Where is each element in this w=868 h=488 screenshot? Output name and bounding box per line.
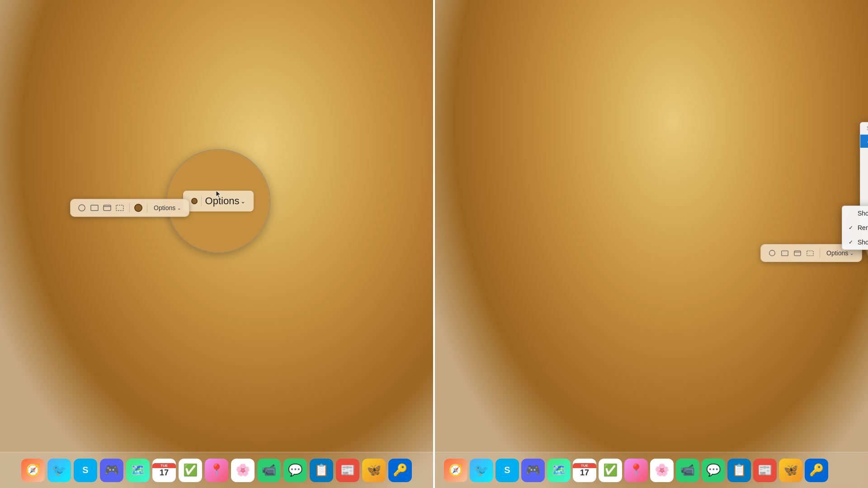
left-panel: Options ⌄ Options⌄ xyxy=(0,0,433,488)
options-label: Options xyxy=(154,204,175,211)
svg-point-0 xyxy=(79,205,85,211)
check-mouse: ✓ xyxy=(849,239,855,245)
dock-r-calendar[interactable]: TUE 17 xyxy=(573,459,596,482)
dock-messages[interactable]: 💬 xyxy=(283,459,307,482)
options-button-left[interactable]: Options ⌄ xyxy=(152,203,183,212)
check-remember: ✓ xyxy=(849,225,855,231)
svg-rect-9 xyxy=(807,251,813,256)
option-remember-last[interactable]: ✓ Remember Last Select... xyxy=(842,221,868,235)
dock-r-butterfly[interactable]: 🦋 xyxy=(779,459,802,482)
svg-rect-7 xyxy=(794,251,801,256)
toolbar-rect-icon-r[interactable] xyxy=(780,248,790,258)
toolbar-circle-icon-r[interactable] xyxy=(767,248,777,258)
dock-left: 🧭 🐦 S 🎮 🗺️ TUE 17 ✅ 📍 🌸 📹 💬 📋 📰 🦋 🔑 xyxy=(0,452,433,488)
toolbar-circle-icon[interactable] xyxy=(77,203,87,213)
dropdown-item-desktop[interactable]: ✓ Desktop xyxy=(860,135,868,148)
toolbar-divider-2 xyxy=(147,203,147,212)
options-submenu: Show Floating Thumb... ✓ Remember Last S… xyxy=(842,206,868,250)
toolbar-divider-r xyxy=(820,249,820,258)
svg-point-5 xyxy=(769,250,775,256)
dock-onepass[interactable]: 🔑 xyxy=(388,459,412,482)
dock-r-skype[interactable]: S xyxy=(495,459,519,482)
dock-r-pin[interactable]: 📍 xyxy=(624,459,648,482)
magnified-divider xyxy=(201,196,202,206)
dock-r-photos[interactable]: 🌸 xyxy=(650,459,674,482)
toolbar-dotted-icon[interactable] xyxy=(115,203,125,213)
save-to-header: Save to xyxy=(860,122,868,135)
dock-r-discord[interactable]: 🎮 xyxy=(521,459,545,482)
dock-compass[interactable]: 🧭 xyxy=(21,459,45,482)
screenshot-toolbar-left: Options ⌄ xyxy=(70,199,189,217)
cursor-icon xyxy=(216,191,222,198)
svg-rect-4 xyxy=(116,205,123,211)
dock-discord[interactable]: 🎮 xyxy=(100,459,123,482)
dock-skype[interactable]: S xyxy=(74,459,97,482)
toolbar-window-icon-r[interactable] xyxy=(793,248,802,258)
dock-r-maps[interactable]: 🗺️ xyxy=(547,459,571,482)
dock-r-onepass[interactable]: 🔑 xyxy=(805,459,828,482)
toolbar-window-icon[interactable] xyxy=(102,203,112,213)
dock-r-bird[interactable]: 🐦 xyxy=(470,459,493,482)
option-floating-thumb[interactable]: Show Floating Thumb... xyxy=(842,206,868,221)
dropdown-item-clipboard[interactable]: Clipboard xyxy=(860,161,868,174)
toolbar-dotted-icon-r[interactable] xyxy=(805,248,815,258)
toolbar-divider xyxy=(129,203,130,212)
dock-photos[interactable]: 🌸 xyxy=(231,459,255,482)
dock-calendar[interactable]: TUE 17 xyxy=(152,459,176,482)
dropdown-item-messages[interactable]: Messages xyxy=(860,187,868,200)
magnified-options-text: Options⌄ xyxy=(205,195,246,207)
option-show-mouse[interactable]: ✓ Show Mouse Pointer xyxy=(842,235,868,249)
dock-trello[interactable]: 📋 xyxy=(310,459,333,482)
dock-butterfly[interactable]: 🦋 xyxy=(362,459,386,482)
options-caret-left: ⌄ xyxy=(177,206,181,211)
options-button-right[interactable]: Options ⌄ xyxy=(825,249,855,258)
dock-r-check[interactable]: ✅ xyxy=(599,459,622,482)
dock-bird[interactable]: 🐦 xyxy=(47,459,71,482)
svg-rect-1 xyxy=(91,205,98,211)
toolbar-active-mode xyxy=(134,204,142,212)
dock-maps[interactable]: 🗺️ xyxy=(126,459,150,482)
dropdown-item-mail[interactable]: Mail xyxy=(860,174,868,187)
dock-r-compass[interactable]: 🧭 xyxy=(444,459,467,482)
dock-r-news[interactable]: 📰 xyxy=(753,459,777,482)
right-panel: Save to ✓ Desktop Documents Clipboard Ma… xyxy=(435,0,868,488)
dock-news[interactable]: 📰 xyxy=(336,459,359,482)
svg-rect-6 xyxy=(782,251,788,256)
dropdown-item-documents[interactable]: Documents xyxy=(860,148,868,161)
dock-right: 🧭 🐦 S 🎮 🗺️ TUE 17 ✅ 📍 🌸 📹 💬 📋 📰 🦋 🔑 xyxy=(435,452,868,488)
options-caret-right: ⌄ xyxy=(850,251,854,256)
options-label-r: Options xyxy=(826,249,848,257)
dock-r-facetime[interactable]: 📹 xyxy=(676,459,699,482)
dock-r-messages[interactable]: 💬 xyxy=(702,459,725,482)
toolbar-rect-icon[interactable] xyxy=(90,203,99,213)
magnified-cursor-dot xyxy=(191,198,198,204)
svg-rect-2 xyxy=(104,205,111,211)
dock-r-trello[interactable]: 📋 xyxy=(727,459,751,482)
dock-maps2[interactable]: 📍 xyxy=(205,459,228,482)
show-mouse-pointer-label: Show Mouse Pointer xyxy=(858,239,868,246)
dock-facetime[interactable]: 📹 xyxy=(257,459,281,482)
dock-reminders[interactable]: ✅ xyxy=(179,459,202,482)
